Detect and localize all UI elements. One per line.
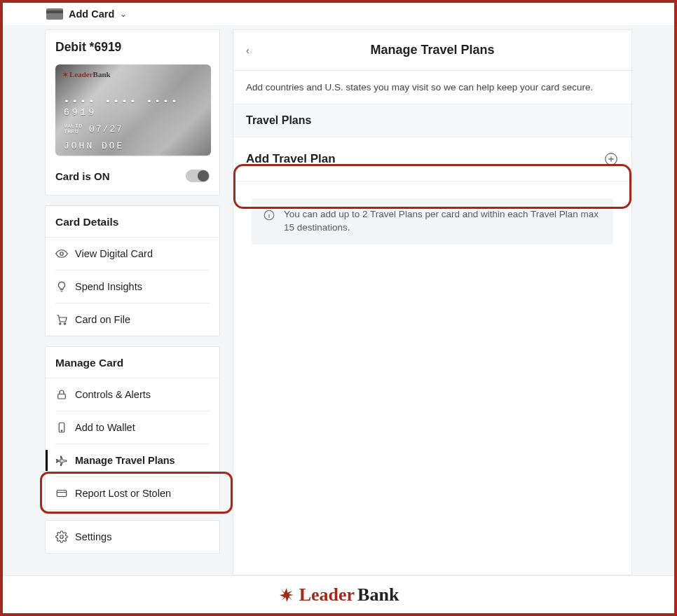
card-summary-panel: Debit *6919 ✶LeaderBank •••• •••• •••• 6… xyxy=(45,29,220,196)
menu-item-view-digital-card[interactable]: View Digital Card xyxy=(55,238,210,271)
menu-item-label: Card on File xyxy=(75,314,130,325)
gear-icon xyxy=(55,531,68,543)
card-details-heading: Card Details xyxy=(46,206,219,238)
card-status-toggle[interactable] xyxy=(186,170,210,182)
menu-item-controls-alerts[interactable]: Controls & Alerts xyxy=(55,378,210,411)
menu-item-label: Add to Wallet xyxy=(75,422,135,433)
menu-item-add-to-wallet[interactable]: Add to Wallet xyxy=(55,411,210,444)
menu-item-label: Manage Travel Plans xyxy=(75,455,175,466)
add-travel-plan-row[interactable]: Add Travel Plan xyxy=(233,137,631,182)
card-image: ✶LeaderBank •••• •••• •••• 6919 VALIDTHR… xyxy=(55,64,211,156)
main-panel: ‹ Manage Travel Plans Add countries and … xyxy=(233,29,632,575)
card-valid-value: 07/27 xyxy=(89,124,123,135)
card-details-list: View Digital Card Spend Insights Card on… xyxy=(46,238,219,336)
menu-item-report-lost-stolen[interactable]: Report Lost or Stolen xyxy=(55,477,210,509)
menu-item-label: Report Lost or Stolen xyxy=(75,488,171,499)
menu-item-label: Controls & Alerts xyxy=(75,389,151,400)
footer-logo: LeaderBank xyxy=(299,584,399,605)
svg-point-7 xyxy=(60,535,64,539)
cart-icon xyxy=(55,313,68,326)
svg-point-5 xyxy=(61,430,62,432)
svg-point-2 xyxy=(64,323,65,324)
svg-point-0 xyxy=(60,252,64,256)
card-brand-bank: Bank xyxy=(93,70,111,78)
valid-line2: THRU xyxy=(64,128,78,135)
phone-icon xyxy=(55,421,68,434)
info-note-text: You can add up to 2 Travel Plans per car… xyxy=(284,208,602,235)
manage-card-panel: Manage Card Controls & Alerts Add to Wal… xyxy=(45,346,220,510)
svg-rect-6 xyxy=(57,491,67,497)
settings-panel: Settings xyxy=(45,520,220,554)
card-brand: ✶LeaderBank xyxy=(62,70,204,78)
card-status-row: Card is ON xyxy=(55,170,210,182)
sidebar: Debit *6919 ✶LeaderBank •••• •••• •••• 6… xyxy=(45,29,220,575)
menu-item-label: View Digital Card xyxy=(75,248,153,259)
menu-item-manage-travel-plans[interactable]: Manage Travel Plans xyxy=(55,444,210,477)
page-title: Manage Travel Plans xyxy=(260,43,605,57)
app-frame: Add Card ⌄ Debit *6919 ✶LeaderBank •••• … xyxy=(0,0,677,616)
card-valid-label: VALIDTHRU xyxy=(64,123,83,135)
card-status-label: Card is ON xyxy=(55,170,110,182)
lock-icon xyxy=(55,388,68,401)
card-title: Debit *6919 xyxy=(55,40,210,55)
svg-point-1 xyxy=(60,323,61,324)
card-details-panel: Card Details View Digital Card Spend Ins… xyxy=(45,205,220,336)
main-column: ‹ Manage Travel Plans Add countries and … xyxy=(233,29,632,575)
card-holder-name: JOHN DOE xyxy=(64,141,124,151)
menu-item-card-on-file[interactable]: Card on File xyxy=(55,303,210,336)
toggle-knob xyxy=(198,170,209,182)
footer-brand-leader: Leader xyxy=(299,584,355,605)
manage-card-list: Controls & Alerts Add to Wallet Manage T… xyxy=(46,378,219,509)
card-pan: •••• •••• •••• 6919 xyxy=(64,97,211,118)
info-note: You can add up to 2 Travel Plans per car… xyxy=(252,198,613,245)
menu-item-spend-insights[interactable]: Spend Insights xyxy=(55,271,210,303)
add-travel-plan-label: Add Travel Plan xyxy=(246,152,336,166)
plus-circle-icon xyxy=(603,151,619,167)
page-description: Add countries and U.S. states you may vi… xyxy=(233,71,631,104)
back-icon[interactable]: ‹ xyxy=(246,45,260,56)
plane-icon xyxy=(55,454,68,467)
card-alert-icon xyxy=(55,487,68,500)
footer: LeaderBank xyxy=(3,575,674,613)
add-card-label[interactable]: Add Card xyxy=(69,8,114,20)
info-icon xyxy=(263,208,275,221)
manage-card-heading: Manage Card xyxy=(46,347,219,378)
footer-brand-bank: Bank xyxy=(357,584,399,605)
chevron-down-icon[interactable]: ⌄ xyxy=(120,9,127,19)
svg-rect-3 xyxy=(58,394,66,399)
card-brand-leader: Leader xyxy=(69,70,93,78)
main-header: ‹ Manage Travel Plans xyxy=(233,30,631,71)
bulb-icon xyxy=(55,280,68,293)
travel-plans-heading: Travel Plans xyxy=(233,104,631,137)
topbar: Add Card ⌄ xyxy=(3,3,674,25)
eye-icon xyxy=(55,247,68,260)
menu-item-label: Settings xyxy=(75,531,111,542)
content-area: Debit *6919 ✶LeaderBank •••• •••• •••• 6… xyxy=(3,25,674,575)
menu-item-settings[interactable]: Settings xyxy=(55,521,210,553)
card-icon xyxy=(46,8,63,20)
logo-star-icon xyxy=(278,587,295,603)
menu-item-label: Spend Insights xyxy=(75,281,142,292)
